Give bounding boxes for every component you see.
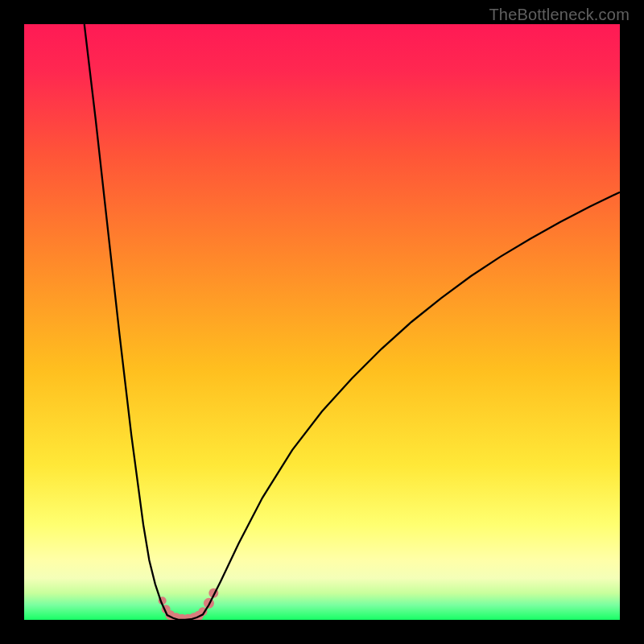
plot-area	[24, 24, 620, 620]
watermark-text: TheBottleneck.com	[489, 6, 630, 24]
curve-layer	[24, 24, 620, 620]
bottleneck-curve	[85, 24, 620, 620]
chart-frame: TheBottleneck.com	[0, 0, 644, 644]
